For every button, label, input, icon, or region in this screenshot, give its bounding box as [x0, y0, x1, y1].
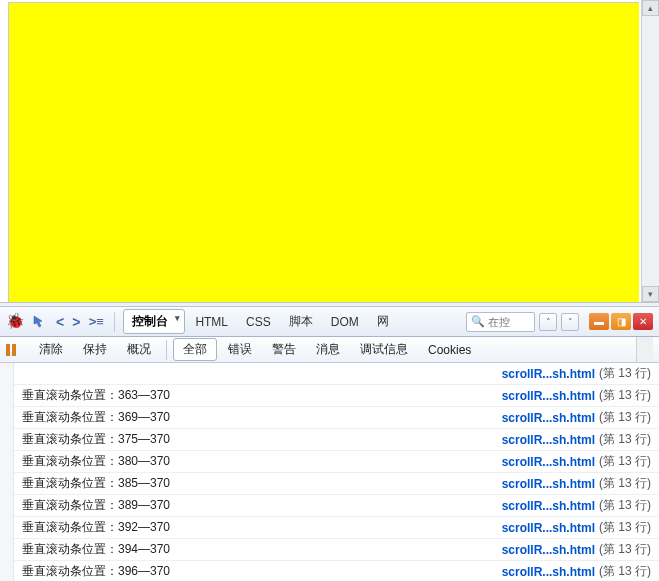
- panel-tab-控制台[interactable]: 控制台: [123, 309, 185, 334]
- filter-警告[interactable]: 警告: [263, 339, 305, 360]
- log-message: 垂直滚动条位置：396—370: [22, 563, 502, 580]
- scroll-up-icon[interactable]: ▴: [642, 0, 659, 16]
- search-input[interactable]: [488, 316, 530, 328]
- log-line-number: (第 13 行): [599, 563, 651, 580]
- devtools-main-toolbar: 🐞 < > >≡ 控制台HTMLCSS脚本DOM网 🔍 ˄ ˅ ▬ ◨ ✕: [0, 307, 659, 337]
- filter-消息[interactable]: 消息: [307, 339, 349, 360]
- log-message: 垂直滚动条位置：394—370: [22, 541, 502, 558]
- log-row: 垂直滚动条位置：396—370scrollR...sh.html(第 13 行): [0, 561, 659, 581]
- page-content: ▴ ▾: [0, 0, 659, 302]
- panel-tabs: 控制台HTMLCSS脚本DOM网: [123, 309, 396, 334]
- inspect-icon[interactable]: [30, 312, 50, 332]
- firebug-icon[interactable]: 🐞: [6, 313, 26, 331]
- log-line-number: (第 13 行): [599, 365, 651, 382]
- log-source-link[interactable]: scrollR...sh.html: [502, 389, 595, 403]
- search-next-button[interactable]: ˅: [561, 313, 579, 331]
- panel-tab-css[interactable]: CSS: [238, 312, 279, 332]
- scroll-track[interactable]: [642, 16, 659, 286]
- log-source-link[interactable]: scrollR...sh.html: [502, 367, 595, 381]
- toolbar-separator: [166, 340, 167, 360]
- log-row: 垂直滚动条位置：369—370scrollR...sh.html(第 13 行): [0, 407, 659, 429]
- log-line-number: (第 13 行): [599, 431, 651, 448]
- toolbar-separator: [114, 312, 115, 332]
- log-line-number: (第 13 行): [599, 453, 651, 470]
- window-controls: ▬ ◨ ✕: [589, 313, 653, 330]
- panel-tab-html[interactable]: HTML: [187, 312, 236, 332]
- panel-tab-网[interactable]: 网: [369, 310, 397, 333]
- search-prev-button[interactable]: ˄: [539, 313, 557, 331]
- filter-保持[interactable]: 保持: [74, 339, 116, 360]
- log-source-link[interactable]: scrollR...sh.html: [502, 433, 595, 447]
- log-message: 垂直滚动条位置：389—370: [22, 497, 502, 514]
- search-box[interactable]: 🔍: [466, 312, 535, 332]
- log-line-number: (第 13 行): [599, 519, 651, 536]
- filter-调试信息[interactable]: 调试信息: [351, 339, 417, 360]
- pause-icon[interactable]: [6, 342, 24, 358]
- log-row: 垂直滚动条位置：394—370scrollR...sh.html(第 13 行): [0, 539, 659, 561]
- log-line-number: (第 13 行): [599, 497, 651, 514]
- filter-全部[interactable]: 全部: [173, 338, 217, 361]
- detach-button[interactable]: ◨: [611, 313, 631, 330]
- log-row: 垂直滚动条位置：375—370scrollR...sh.html(第 13 行): [0, 429, 659, 451]
- log-row: 垂直滚动条位置：385—370scrollR...sh.html(第 13 行): [0, 473, 659, 495]
- log-message: 垂直滚动条位置：369—370: [22, 409, 502, 426]
- log-message: 垂直滚动条位置：385—370: [22, 475, 502, 492]
- console-log-area[interactable]: scrollR...sh.html (第 13 行) 垂直滚动条位置：363—3…: [0, 363, 659, 581]
- log-row: 垂直滚动条位置：380—370scrollR...sh.html(第 13 行): [0, 451, 659, 473]
- log-source-link[interactable]: scrollR...sh.html: [502, 521, 595, 535]
- filter-错误[interactable]: 错误: [219, 339, 261, 360]
- log-source-link[interactable]: scrollR...sh.html: [502, 565, 595, 579]
- nav-forward-icon[interactable]: >: [70, 314, 82, 330]
- minimize-button[interactable]: ▬: [589, 313, 609, 330]
- log-message: 垂直滚动条位置：380—370: [22, 453, 502, 470]
- log-message: 垂直滚动条位置：392—370: [22, 519, 502, 536]
- log-row-truncated: scrollR...sh.html (第 13 行): [0, 363, 659, 385]
- log-source-link[interactable]: scrollR...sh.html: [502, 499, 595, 513]
- log-source-link[interactable]: scrollR...sh.html: [502, 543, 595, 557]
- log-source-link[interactable]: scrollR...sh.html: [502, 455, 595, 469]
- sub-toolbar-scroll[interactable]: [636, 337, 653, 362]
- panel-tab-脚本[interactable]: 脚本: [281, 310, 321, 333]
- log-message: 垂直滚动条位置：363—370: [22, 387, 502, 404]
- close-button[interactable]: ✕: [633, 313, 653, 330]
- console-sub-toolbar: 清除保持概况全部错误警告消息调试信息Cookies: [0, 337, 659, 363]
- command-line-icon[interactable]: >≡: [86, 312, 106, 332]
- log-line-number: (第 13 行): [599, 387, 651, 404]
- yellow-content-box: [8, 2, 639, 302]
- filter-清除[interactable]: 清除: [30, 339, 72, 360]
- log-row: 垂直滚动条位置：363—370scrollR...sh.html(第 13 行): [0, 385, 659, 407]
- log-line-number: (第 13 行): [599, 475, 651, 492]
- panel-tab-dom[interactable]: DOM: [323, 312, 367, 332]
- log-source-link[interactable]: scrollR...sh.html: [502, 477, 595, 491]
- filter-Cookies[interactable]: Cookies: [419, 341, 480, 359]
- log-source-link[interactable]: scrollR...sh.html: [502, 411, 595, 425]
- log-line-number: (第 13 行): [599, 541, 651, 558]
- log-gutter: [0, 363, 14, 581]
- log-line-number: (第 13 行): [599, 409, 651, 426]
- filter-概况[interactable]: 概况: [118, 339, 160, 360]
- nav-back-icon[interactable]: <: [54, 314, 66, 330]
- search-icon: 🔍: [471, 315, 485, 328]
- scroll-down-icon[interactable]: ▾: [642, 286, 659, 302]
- log-row: 垂直滚动条位置：392—370scrollR...sh.html(第 13 行): [0, 517, 659, 539]
- page-scrollbar[interactable]: ▴ ▾: [641, 0, 659, 302]
- log-row: 垂直滚动条位置：389—370scrollR...sh.html(第 13 行): [0, 495, 659, 517]
- log-message: 垂直滚动条位置：375—370: [22, 431, 502, 448]
